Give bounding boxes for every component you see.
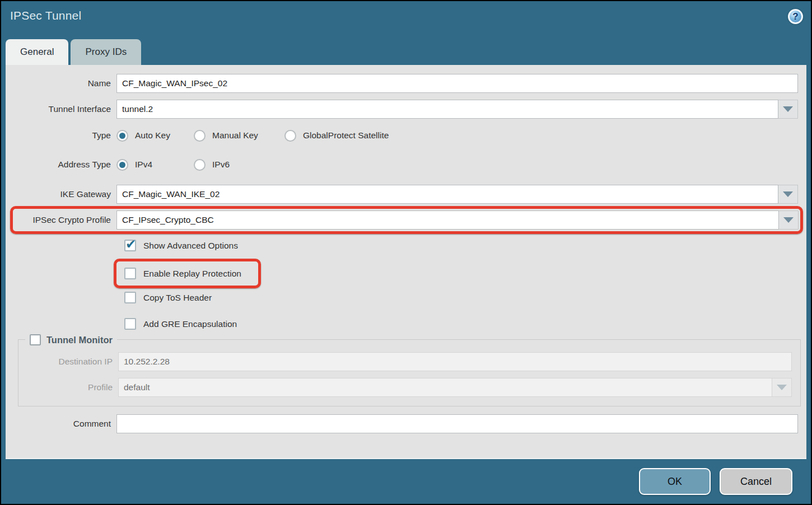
tunnel-interface-input[interactable] [116,100,778,119]
add-gre-encapsulation-row: Add GRE Encapsulation [124,316,806,331]
chevron-down-icon [777,385,787,390]
ipv4-label: IPv4 [135,160,152,170]
name-label: Name [6,78,116,88]
manual-key-radio[interactable] [194,130,206,142]
profile-label: Profile [18,382,118,392]
type-row: Type Auto Key Manual Key GlobalProtect S… [6,128,806,143]
tab-proxy-ids[interactable]: Proxy IDs [71,39,141,65]
comment-label: Comment [6,419,116,429]
tunnel-monitor-label: Tunnel Monitor [46,335,113,345]
ipv6-label: IPv6 [212,160,230,170]
add-gre-encapsulation-checkbox[interactable] [124,318,136,330]
ike-gateway-label: IKE Gateway [6,189,116,199]
radio-option-globalprotect-satellite: GlobalProtect Satellite [284,130,389,142]
ipv6-radio[interactable] [194,159,206,171]
chevron-down-icon [783,217,794,223]
ipv4-radio[interactable] [116,159,128,171]
enable-replay-protection-label: Enable Replay Protection [143,269,241,279]
radio-option-auto-key: Auto Key [116,130,194,142]
dialog-footer: OK Cancel [1,459,811,504]
ipsec-tunnel-dialog: IPSec Tunnel ? General Proxy IDs Name Tu… [0,0,812,505]
ipsec-crypto-profile-row: IPSec Crypto Profile [15,211,799,230]
dialog-titlebar: IPSec Tunnel ? [1,1,811,36]
copy-tos-header-row: Copy ToS Header [124,290,806,305]
cancel-button[interactable]: Cancel [720,468,792,495]
destination-ip-input [118,352,792,371]
show-advanced-options-checkbox[interactable] [124,240,136,251]
auto-key-radio[interactable] [116,130,128,142]
comment-input[interactable] [116,414,798,433]
tunnel-interface-label: Tunnel Interface [6,104,116,114]
profile-row: Profile [18,378,795,397]
address-type-row: Address Type IPv4 IPv6 [6,157,806,172]
profile-input [118,378,772,397]
name-row: Name [6,74,806,93]
tunnel-monitor-checkbox[interactable] [30,334,41,345]
ike-gateway-row: IKE Gateway [6,185,806,204]
enable-replay-protection-checkbox[interactable] [124,268,136,279]
copy-tos-header-label: Copy ToS Header [143,293,212,303]
chevron-down-icon [783,191,793,197]
ok-button[interactable]: OK [639,468,711,495]
tab-general[interactable]: General [6,39,68,65]
show-advanced-options-label: Show Advanced Options [143,241,238,251]
ike-gateway-input[interactable] [116,185,778,204]
manual-key-label: Manual Key [212,130,258,141]
destination-ip-row: Destination IP [18,352,795,371]
radio-option-ipv4: IPv4 [116,159,194,171]
enable-replay-protection-highlight: Enable Replay Protection [114,259,261,288]
ipsec-crypto-profile-highlight: IPSec Crypto Profile [10,206,803,234]
address-type-label: Address Type [6,160,116,170]
copy-tos-header-checkbox[interactable] [124,292,136,303]
ipsec-crypto-profile-input[interactable] [116,211,779,230]
tunnel-monitor-fieldset: Tunnel Monitor Destination IP Profile [18,339,801,406]
ipsec-crypto-profile-dropdown-button[interactable] [779,211,799,230]
tunnel-interface-dropdown-button[interactable] [778,100,798,119]
ike-gateway-dropdown-button[interactable] [778,185,798,204]
auto-key-label: Auto Key [135,130,170,141]
name-input[interactable] [116,74,798,93]
profile-dropdown-button [772,378,792,397]
globalprotect-satellite-label: GlobalProtect Satellite [303,130,389,141]
add-gre-encapsulation-label: Add GRE Encapsulation [143,319,237,329]
comment-row: Comment [6,414,806,433]
tunnel-monitor-legend: Tunnel Monitor [25,333,117,347]
radio-option-ipv6: IPv6 [194,159,230,171]
chevron-down-icon [783,106,793,112]
type-label: Type [6,130,116,141]
tab-bar: General Proxy IDs [1,36,811,65]
tunnel-interface-row: Tunnel Interface [6,100,806,119]
general-tab-panel: Name Tunnel Interface Type Auto Key [6,65,806,459]
dialog-title: IPSec Tunnel [10,9,81,22]
ipsec-crypto-profile-label: IPSec Crypto Profile [15,215,116,225]
radio-option-manual-key: Manual Key [194,130,284,142]
globalprotect-satellite-radio[interactable] [284,130,296,142]
show-advanced-options-row: Show Advanced Options [124,238,806,253]
destination-ip-label: Destination IP [18,357,118,367]
help-icon[interactable]: ? [788,9,803,24]
enable-replay-protection-row: Enable Replay Protection [124,266,241,281]
